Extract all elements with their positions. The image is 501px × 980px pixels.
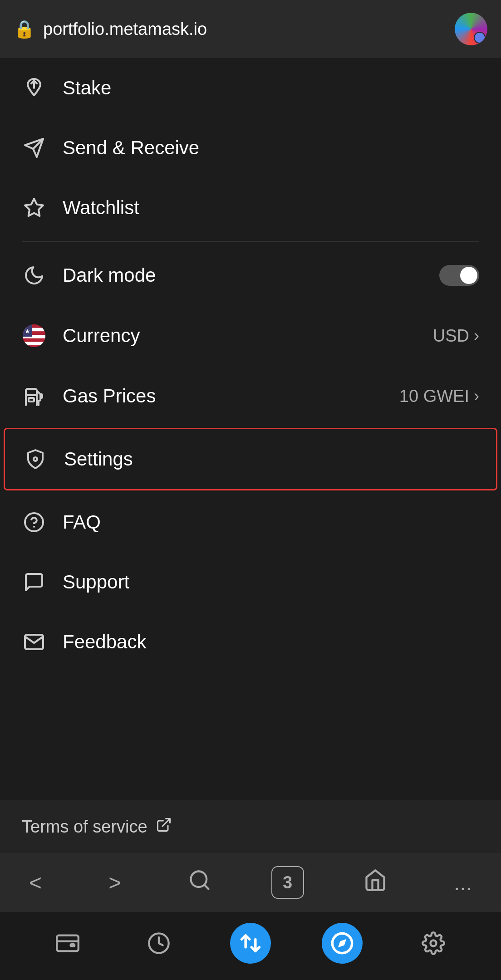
wallet-button[interactable] [47, 923, 88, 964]
swap-button[interactable] [230, 923, 271, 964]
moon-icon [22, 265, 46, 286]
avatar[interactable] [455, 13, 487, 45]
support-label: Support [63, 571, 479, 593]
terms-section[interactable]: Terms of service [0, 800, 501, 853]
toggle-thumb [460, 267, 477, 284]
svg-text:★: ★ [25, 328, 30, 335]
sidebar-item-send-receive[interactable]: Send & Receive [0, 118, 501, 178]
stake-icon [22, 77, 46, 99]
menu-area: Stake Send & Receive Watchlist Dark mode [0, 58, 501, 800]
forward-button[interactable]: > [101, 867, 128, 899]
gas-chevron: › [474, 387, 479, 406]
svg-rect-7 [23, 342, 45, 346]
svg-rect-11 [29, 398, 34, 402]
sidebar-item-dark-mode[interactable]: Dark mode [0, 245, 501, 305]
stake-label: Stake [63, 77, 479, 99]
svg-point-23 [431, 941, 437, 946]
terms-label: Terms of service [22, 817, 147, 837]
sidebar-item-feedback[interactable]: Feedback [0, 612, 501, 672]
url-text[interactable]: portfolio.metamask.io [43, 20, 207, 39]
sidebar-item-watchlist[interactable]: Watchlist [0, 178, 501, 238]
svg-point-12 [34, 457, 37, 461]
dark-mode-toggle[interactable] [439, 265, 479, 286]
address-bar: 🔒 portfolio.metamask.io [0, 0, 501, 58]
home-button[interactable] [356, 865, 394, 901]
compass-button[interactable] [322, 923, 363, 964]
svg-line-17 [204, 885, 208, 889]
svg-rect-18 [57, 936, 79, 951]
sidebar-item-gas-prices[interactable]: Gas Prices 10 GWEI › [0, 366, 501, 426]
gas-icon [22, 385, 46, 407]
sidebar-item-faq[interactable]: FAQ [0, 492, 501, 552]
mail-icon [22, 631, 46, 653]
history-button[interactable] [138, 923, 179, 964]
bottom-dock [0, 912, 501, 980]
gas-prices-value: 10 GWEI › [399, 387, 479, 406]
sidebar-item-support[interactable]: Support [0, 552, 501, 612]
sidebar-item-currency[interactable]: ★ Currency USD › [0, 305, 501, 366]
svg-rect-19 [70, 944, 74, 946]
svg-rect-6 [23, 338, 45, 342]
currency-label: Currency [63, 325, 417, 347]
gas-prices-label: Gas Prices [63, 385, 383, 407]
currency-value: USD › [433, 326, 479, 346]
search-button[interactable] [181, 865, 219, 901]
svg-marker-22 [338, 939, 346, 947]
send-icon [22, 137, 46, 159]
url-area: 🔒 portfolio.metamask.io [14, 19, 207, 39]
watchlist-label: Watchlist [63, 197, 479, 219]
sidebar-item-stake[interactable]: Stake [0, 58, 501, 118]
flag-us-icon: ★ [22, 324, 46, 347]
back-button[interactable]: < [22, 867, 49, 899]
svg-marker-0 [25, 199, 43, 216]
settings-shield-icon [23, 448, 48, 470]
currency-chevron: › [474, 326, 479, 345]
tab-count[interactable]: 3 [271, 866, 304, 899]
faq-label: FAQ [63, 511, 479, 533]
star-icon [22, 197, 46, 219]
feedback-label: Feedback [63, 631, 479, 653]
send-receive-label: Send & Receive [63, 137, 479, 159]
chat-icon [22, 571, 46, 593]
svg-line-15 [162, 819, 170, 827]
settings-dock-button[interactable] [413, 923, 454, 964]
settings-label: Settings [64, 448, 478, 470]
question-icon [22, 511, 46, 533]
sidebar-item-settings[interactable]: Settings [4, 428, 497, 490]
svg-rect-8 [23, 345, 45, 347]
dark-mode-label: Dark mode [63, 265, 423, 286]
more-button[interactable]: ... [447, 867, 479, 899]
divider-1 [22, 241, 479, 242]
external-link-icon [156, 817, 172, 837]
lock-icon: 🔒 [14, 19, 35, 39]
browser-nav-bar: < > 3 ... [0, 853, 501, 912]
